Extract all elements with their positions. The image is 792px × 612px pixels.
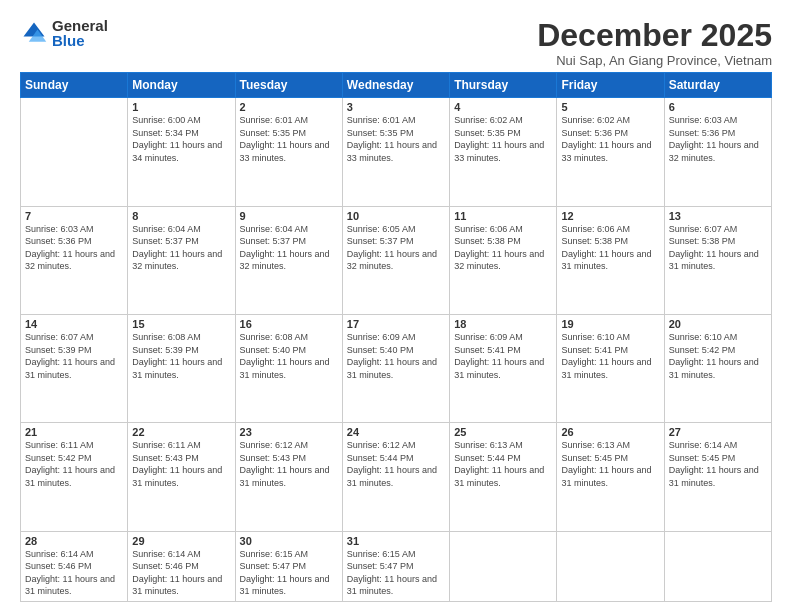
calendar-cell: 30Sunrise: 6:15 AMSunset: 5:47 PMDayligh…	[235, 531, 342, 601]
cell-info: Sunrise: 6:07 AMSunset: 5:38 PMDaylight:…	[669, 223, 767, 273]
calendar-cell	[21, 98, 128, 206]
day-number: 9	[240, 210, 338, 222]
location: Nui Sap, An Giang Province, Vietnam	[537, 53, 772, 68]
day-header-wednesday: Wednesday	[342, 73, 449, 98]
cell-info: Sunrise: 6:04 AMSunset: 5:37 PMDaylight:…	[132, 223, 230, 273]
calendar-cell: 4Sunrise: 6:02 AMSunset: 5:35 PMDaylight…	[450, 98, 557, 206]
calendar-cell: 23Sunrise: 6:12 AMSunset: 5:43 PMDayligh…	[235, 423, 342, 531]
cell-info: Sunrise: 6:01 AMSunset: 5:35 PMDaylight:…	[240, 114, 338, 164]
calendar-cell	[557, 531, 664, 601]
calendar-cell: 10Sunrise: 6:05 AMSunset: 5:37 PMDayligh…	[342, 206, 449, 314]
day-number: 18	[454, 318, 552, 330]
day-number: 25	[454, 426, 552, 438]
day-number: 10	[347, 210, 445, 222]
calendar-cell: 5Sunrise: 6:02 AMSunset: 5:36 PMDaylight…	[557, 98, 664, 206]
day-number: 12	[561, 210, 659, 222]
calendar-cell: 28Sunrise: 6:14 AMSunset: 5:46 PMDayligh…	[21, 531, 128, 601]
cell-info: Sunrise: 6:12 AMSunset: 5:44 PMDaylight:…	[347, 439, 445, 489]
calendar-cell: 9Sunrise: 6:04 AMSunset: 5:37 PMDaylight…	[235, 206, 342, 314]
week-row-4: 21Sunrise: 6:11 AMSunset: 5:42 PMDayligh…	[21, 423, 772, 531]
calendar-cell: 13Sunrise: 6:07 AMSunset: 5:38 PMDayligh…	[664, 206, 771, 314]
week-row-2: 7Sunrise: 6:03 AMSunset: 5:36 PMDaylight…	[21, 206, 772, 314]
calendar-cell: 12Sunrise: 6:06 AMSunset: 5:38 PMDayligh…	[557, 206, 664, 314]
day-number: 17	[347, 318, 445, 330]
cell-info: Sunrise: 6:11 AMSunset: 5:43 PMDaylight:…	[132, 439, 230, 489]
cell-info: Sunrise: 6:15 AMSunset: 5:47 PMDaylight:…	[347, 548, 445, 598]
calendar-cell: 1Sunrise: 6:00 AMSunset: 5:34 PMDaylight…	[128, 98, 235, 206]
logo-text: General Blue	[52, 18, 108, 48]
cell-info: Sunrise: 6:11 AMSunset: 5:42 PMDaylight:…	[25, 439, 123, 489]
calendar-cell: 2Sunrise: 6:01 AMSunset: 5:35 PMDaylight…	[235, 98, 342, 206]
cell-info: Sunrise: 6:03 AMSunset: 5:36 PMDaylight:…	[25, 223, 123, 273]
day-number: 31	[347, 535, 445, 547]
cell-info: Sunrise: 6:05 AMSunset: 5:37 PMDaylight:…	[347, 223, 445, 273]
cell-info: Sunrise: 6:04 AMSunset: 5:37 PMDaylight:…	[240, 223, 338, 273]
day-number: 7	[25, 210, 123, 222]
cell-info: Sunrise: 6:07 AMSunset: 5:39 PMDaylight:…	[25, 331, 123, 381]
day-number: 15	[132, 318, 230, 330]
week-row-5: 28Sunrise: 6:14 AMSunset: 5:46 PMDayligh…	[21, 531, 772, 601]
day-number: 3	[347, 101, 445, 113]
calendar-cell: 24Sunrise: 6:12 AMSunset: 5:44 PMDayligh…	[342, 423, 449, 531]
cell-info: Sunrise: 6:14 AMSunset: 5:46 PMDaylight:…	[132, 548, 230, 598]
day-number: 11	[454, 210, 552, 222]
calendar-cell: 26Sunrise: 6:13 AMSunset: 5:45 PMDayligh…	[557, 423, 664, 531]
calendar-cell: 16Sunrise: 6:08 AMSunset: 5:40 PMDayligh…	[235, 314, 342, 422]
day-number: 29	[132, 535, 230, 547]
cell-info: Sunrise: 6:14 AMSunset: 5:46 PMDaylight:…	[25, 548, 123, 598]
cell-info: Sunrise: 6:02 AMSunset: 5:36 PMDaylight:…	[561, 114, 659, 164]
calendar-cell: 6Sunrise: 6:03 AMSunset: 5:36 PMDaylight…	[664, 98, 771, 206]
logo-general: General	[52, 18, 108, 33]
week-row-1: 1Sunrise: 6:00 AMSunset: 5:34 PMDaylight…	[21, 98, 772, 206]
day-number: 2	[240, 101, 338, 113]
day-number: 20	[669, 318, 767, 330]
header: General Blue December 2025 Nui Sap, An G…	[20, 18, 772, 68]
day-number: 28	[25, 535, 123, 547]
cell-info: Sunrise: 6:15 AMSunset: 5:47 PMDaylight:…	[240, 548, 338, 598]
calendar-cell	[664, 531, 771, 601]
cell-info: Sunrise: 6:08 AMSunset: 5:39 PMDaylight:…	[132, 331, 230, 381]
cell-info: Sunrise: 6:00 AMSunset: 5:34 PMDaylight:…	[132, 114, 230, 164]
calendar-cell: 15Sunrise: 6:08 AMSunset: 5:39 PMDayligh…	[128, 314, 235, 422]
day-header-thursday: Thursday	[450, 73, 557, 98]
cell-info: Sunrise: 6:13 AMSunset: 5:44 PMDaylight:…	[454, 439, 552, 489]
day-number: 5	[561, 101, 659, 113]
cell-info: Sunrise: 6:08 AMSunset: 5:40 PMDaylight:…	[240, 331, 338, 381]
calendar-cell: 14Sunrise: 6:07 AMSunset: 5:39 PMDayligh…	[21, 314, 128, 422]
calendar-cell: 31Sunrise: 6:15 AMSunset: 5:47 PMDayligh…	[342, 531, 449, 601]
cell-info: Sunrise: 6:06 AMSunset: 5:38 PMDaylight:…	[454, 223, 552, 273]
day-header-saturday: Saturday	[664, 73, 771, 98]
day-number: 21	[25, 426, 123, 438]
calendar-cell: 29Sunrise: 6:14 AMSunset: 5:46 PMDayligh…	[128, 531, 235, 601]
logo-blue: Blue	[52, 33, 108, 48]
calendar-cell: 3Sunrise: 6:01 AMSunset: 5:35 PMDaylight…	[342, 98, 449, 206]
day-number: 19	[561, 318, 659, 330]
day-number: 23	[240, 426, 338, 438]
calendar-cell: 19Sunrise: 6:10 AMSunset: 5:41 PMDayligh…	[557, 314, 664, 422]
week-row-3: 14Sunrise: 6:07 AMSunset: 5:39 PMDayligh…	[21, 314, 772, 422]
logo-icon	[20, 19, 48, 47]
cell-info: Sunrise: 6:14 AMSunset: 5:45 PMDaylight:…	[669, 439, 767, 489]
calendar-table: SundayMondayTuesdayWednesdayThursdayFrid…	[20, 72, 772, 602]
day-number: 1	[132, 101, 230, 113]
cell-info: Sunrise: 6:10 AMSunset: 5:41 PMDaylight:…	[561, 331, 659, 381]
calendar-cell: 17Sunrise: 6:09 AMSunset: 5:40 PMDayligh…	[342, 314, 449, 422]
cell-info: Sunrise: 6:10 AMSunset: 5:42 PMDaylight:…	[669, 331, 767, 381]
day-number: 24	[347, 426, 445, 438]
calendar-cell: 21Sunrise: 6:11 AMSunset: 5:42 PMDayligh…	[21, 423, 128, 531]
calendar-cell: 11Sunrise: 6:06 AMSunset: 5:38 PMDayligh…	[450, 206, 557, 314]
day-number: 4	[454, 101, 552, 113]
logo: General Blue	[20, 18, 108, 48]
title-area: December 2025 Nui Sap, An Giang Province…	[537, 18, 772, 68]
day-number: 26	[561, 426, 659, 438]
cell-info: Sunrise: 6:13 AMSunset: 5:45 PMDaylight:…	[561, 439, 659, 489]
day-number: 27	[669, 426, 767, 438]
cell-info: Sunrise: 6:02 AMSunset: 5:35 PMDaylight:…	[454, 114, 552, 164]
day-number: 30	[240, 535, 338, 547]
cell-info: Sunrise: 6:01 AMSunset: 5:35 PMDaylight:…	[347, 114, 445, 164]
cell-info: Sunrise: 6:09 AMSunset: 5:41 PMDaylight:…	[454, 331, 552, 381]
cell-info: Sunrise: 6:06 AMSunset: 5:38 PMDaylight:…	[561, 223, 659, 273]
cell-info: Sunrise: 6:12 AMSunset: 5:43 PMDaylight:…	[240, 439, 338, 489]
day-number: 6	[669, 101, 767, 113]
day-number: 22	[132, 426, 230, 438]
